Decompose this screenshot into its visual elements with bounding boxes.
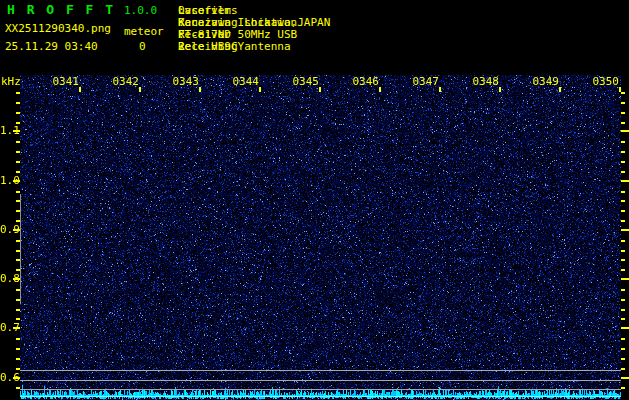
freq-tick-minor-right: [621, 299, 625, 301]
freq-tick-minor-right: [621, 289, 625, 291]
freq-tick-major-left: [13, 377, 20, 379]
time-tick-icon: [199, 87, 201, 92]
freq-tick-major-left: [13, 229, 20, 231]
time-label: 0343: [172, 76, 199, 88]
freq-tick-major-right: [621, 278, 629, 280]
freq-tick-major-left: [13, 180, 20, 182]
freq-tick-minor-right: [621, 368, 625, 370]
freq-label: 0.7: [0, 322, 14, 334]
freq-tick-minor-right: [621, 161, 625, 163]
freq-tick-minor-left: [16, 338, 20, 340]
time-tick-icon: [79, 87, 81, 92]
freq-label: 1.0: [0, 175, 14, 187]
freq-label: 1.1: [0, 125, 14, 137]
marker-hline: [20, 389, 621, 390]
freq-tick-minor-right: [621, 387, 625, 389]
freq-tick-major-right: [621, 377, 629, 379]
freq-tick-major-right: [621, 229, 629, 231]
time-label: 0350: [592, 76, 619, 88]
freq-tick-minor-left: [16, 92, 20, 94]
freq-tick-minor-left: [16, 161, 20, 163]
marker-hline: [20, 380, 621, 381]
freq-tick-minor-left: [16, 348, 20, 350]
freq-tick-minor-right: [621, 338, 625, 340]
freq-tick-minor-left: [16, 318, 20, 320]
freq-tick-minor-left: [16, 141, 20, 143]
time-tick-icon: [559, 87, 561, 92]
spectrogram-axes-overlay: 0341034203430344034503460347034803490350…: [0, 0, 629, 400]
freq-tick-minor-left: [16, 151, 20, 153]
freq-tick-minor-left: [16, 358, 20, 360]
freq-tick-minor-right: [621, 210, 625, 212]
time-tick-icon: [139, 87, 141, 92]
freq-label: 0.6: [0, 372, 14, 384]
freq-tick-minor-right: [621, 171, 625, 173]
freq-tick-minor-right: [621, 318, 625, 320]
freq-tick-minor-right: [621, 92, 625, 94]
time-label: 0349: [532, 76, 559, 88]
freq-tick-minor-left: [16, 309, 20, 311]
freq-label: 0.8: [0, 273, 14, 285]
time-label: 0347: [412, 76, 439, 88]
freq-tick-minor-right: [621, 358, 625, 360]
freq-tick-major-left: [13, 327, 20, 329]
freq-axis-unit-label: kHz: [1, 76, 21, 88]
freq-tick-minor-left: [16, 122, 20, 124]
time-tick-icon: [319, 87, 321, 92]
freq-tick-minor-right: [621, 191, 625, 193]
time-label: 0344: [232, 76, 259, 88]
time-tick-icon: [499, 87, 501, 92]
freq-tick-minor-right: [621, 141, 625, 143]
freq-tick-minor-left: [16, 112, 20, 114]
freq-tick-minor-left: [16, 191, 20, 193]
freq-tick-minor-right: [621, 122, 625, 124]
freq-tick-minor-right: [621, 220, 625, 222]
freq-tick-major-right: [621, 180, 629, 182]
time-label: 0346: [352, 76, 379, 88]
freq-label: 0.9: [0, 224, 14, 236]
freq-tick-minor-right: [621, 240, 625, 242]
freq-tick-minor-right: [621, 269, 625, 271]
freq-tick-minor-right: [621, 112, 625, 114]
marker-vline: [20, 194, 21, 304]
freq-tick-major-left: [13, 278, 20, 280]
freq-tick-minor-right: [621, 259, 625, 261]
freq-tick-minor-right: [621, 102, 625, 104]
freq-tick-minor-left: [16, 102, 20, 104]
freq-tick-minor-right: [621, 348, 625, 350]
time-tick-icon: [379, 87, 381, 92]
freq-tick-major-left: [13, 130, 20, 132]
hrofft-window: H R O F F T 1.0.0 XX2511290340.png meteo…: [0, 0, 629, 400]
time-tick-icon: [439, 87, 441, 92]
freq-tick-major-right: [621, 327, 629, 329]
freq-tick-minor-right: [621, 151, 625, 153]
time-label: 0348: [472, 76, 499, 88]
marker-hline: [20, 370, 621, 371]
time-label: 0341: [52, 76, 79, 88]
freq-tick-minor-right: [621, 309, 625, 311]
freq-tick-major-right: [621, 130, 629, 132]
time-label: 0345: [292, 76, 319, 88]
freq-tick-minor-right: [621, 250, 625, 252]
freq-tick-minor-right: [621, 200, 625, 202]
time-label: 0342: [112, 76, 139, 88]
freq-tick-minor-left: [16, 171, 20, 173]
time-tick-icon: [259, 87, 261, 92]
